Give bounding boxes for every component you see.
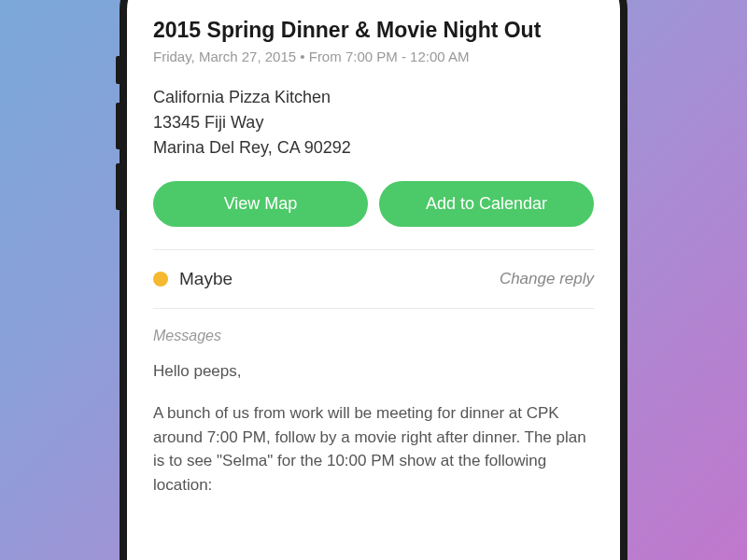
change-reply-link[interactable]: Change reply [500, 270, 594, 288]
view-map-button[interactable]: View Map [153, 181, 368, 227]
phone-frame: 2015 Spring Dinner & Movie Night Out Fri… [120, 0, 627, 560]
phone-volume-up [116, 103, 120, 149]
event-title: 2015 Spring Dinner & Movie Night Out [153, 17, 594, 45]
message-greeting: Hello peeps, [153, 359, 594, 384]
message-body: Hello peeps, A bunch of us from work wil… [153, 359, 594, 497]
screen: 2015 Spring Dinner & Movie Night Out Fri… [127, 0, 620, 560]
messages-header: Messages [153, 328, 594, 344]
rsvp-status-text: Maybe [179, 269, 233, 289]
message-text: A bunch of us from work will be meeting … [153, 401, 594, 497]
location-city: Marina Del Rey, CA 90292 [153, 135, 594, 161]
rsvp-status: Maybe [153, 269, 233, 289]
event-datetime: Friday, March 27, 2015 • From 7:00 PM - … [153, 49, 594, 64]
phone-mute-switch [116, 56, 120, 84]
add-to-calendar-button[interactable]: Add to Calendar [379, 181, 594, 227]
status-dot-icon [153, 272, 168, 287]
location-street: 13345 Fiji Way [153, 110, 594, 135]
location-name: California Pizza Kitchen [153, 85, 594, 110]
divider [153, 308, 594, 309]
button-row: View Map Add to Calendar [153, 181, 594, 227]
rsvp-row: Maybe Change reply [153, 250, 594, 308]
phone-volume-down [116, 163, 120, 210]
location-block: California Pizza Kitchen 13345 Fiji Way … [153, 85, 594, 161]
